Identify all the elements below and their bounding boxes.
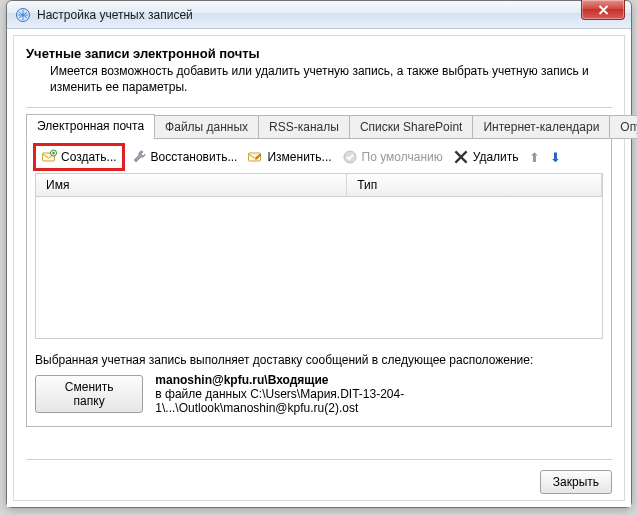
delivery-text: Выбранная учетная запись выполняет доста… <box>35 353 603 367</box>
default-icon <box>342 149 358 165</box>
delete-label: Удалить <box>473 150 519 164</box>
delivery-folder: manoshin@kpfu.ru\Входящие <box>155 373 603 387</box>
column-header-type[interactable]: Тип <box>347 174 602 196</box>
move-up-button: ⬆ <box>529 150 540 165</box>
repair-label: Восстановить... <box>151 150 238 164</box>
create-account-button[interactable]: Создать... <box>37 147 121 167</box>
tab-panel-email: Создать... Восстановить... Изменить... <box>26 137 612 427</box>
tab-sharepoint[interactable]: Списки SharePoint <box>349 115 474 139</box>
column-header-name[interactable]: Имя <box>36 174 347 196</box>
move-down-button[interactable]: ⬇ <box>550 150 561 165</box>
repair-icon <box>131 149 147 165</box>
section-title: Учетные записи электронной почты <box>26 46 612 61</box>
title-bar: Настройка учетных записей <box>7 1 631 29</box>
tab-rss[interactable]: RSS-каналы <box>258 115 350 139</box>
delivery-section: Выбранная учетная запись выполняет доста… <box>35 353 603 415</box>
default-label: По умолчанию <box>362 150 443 164</box>
account-settings-window: Настройка учетных записей Учетные записи… <box>6 0 632 508</box>
tab-email[interactable]: Электронная почта <box>26 114 155 138</box>
section-description: Имеется возможность добавить или удалить… <box>50 63 612 95</box>
accounts-list-header: Имя Тип <box>35 173 603 197</box>
repair-account-button[interactable]: Восстановить... <box>131 149 238 165</box>
edit-icon <box>247 149 263 165</box>
create-label: Создать... <box>61 150 117 164</box>
divider <box>26 107 612 108</box>
window-title: Настройка учетных записей <box>37 8 193 22</box>
tab-data-files[interactable]: Файлы данных <box>154 115 259 139</box>
accounts-toolbar: Создать... Восстановить... Изменить... <box>35 145 603 173</box>
delete-account-button[interactable]: Удалить <box>453 149 519 165</box>
accounts-list-body[interactable] <box>35 197 603 339</box>
change-folder-button[interactable]: Сменить папку <box>35 375 143 413</box>
tab-internet-calendars[interactable]: Интернет-календари <box>472 115 610 139</box>
footer-divider <box>26 459 612 460</box>
edit-account-button[interactable]: Изменить... <box>247 149 331 165</box>
content-inner: Учетные записи электронной почты Имеется… <box>13 35 625 501</box>
new-mail-icon <box>41 149 57 165</box>
dialog-footer: Закрыть <box>26 459 612 494</box>
delivery-file: в файле данных C:\Users\Мария.DIT-13-204… <box>155 387 603 415</box>
close-button[interactable]: Закрыть <box>540 470 612 494</box>
delete-icon <box>453 149 469 165</box>
content-outer: Учетные записи электронной почты Имеется… <box>7 29 631 507</box>
close-window-button[interactable] <box>581 0 625 20</box>
set-default-button: По умолчанию <box>342 149 443 165</box>
app-icon <box>15 7 31 23</box>
tab-strip: Электронная почта Файлы данных RSS-канал… <box>26 114 612 138</box>
edit-label: Изменить... <box>267 150 331 164</box>
tab-published[interactable]: Опубликован <box>609 115 637 139</box>
